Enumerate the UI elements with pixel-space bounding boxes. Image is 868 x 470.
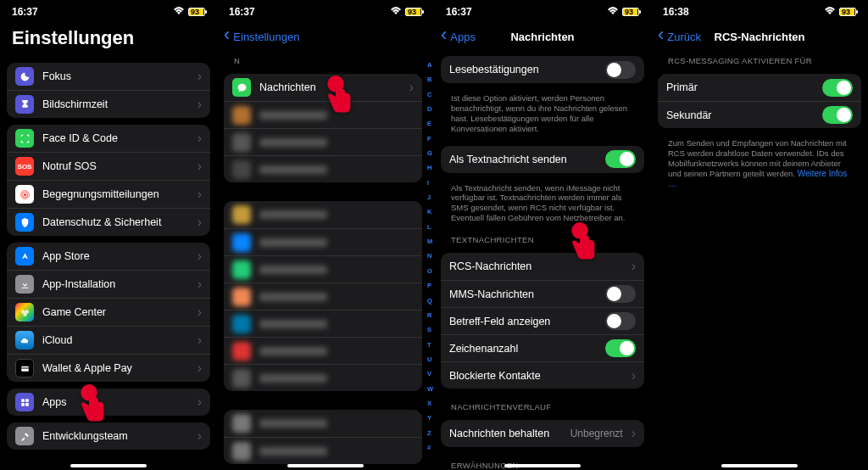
battery-icon: 93 (839, 8, 856, 16)
hand-icon (15, 213, 34, 232)
screen-rcs: 16:38 93 Zurück RCS-Nachrichten RCS-MESS… (651, 0, 868, 470)
status-bar: 16:38 93 (651, 0, 868, 24)
gamecenter-icon (15, 303, 34, 322)
row-apps[interactable]: Apps› (7, 389, 210, 416)
clock: 16:37 (229, 6, 255, 18)
blurred-row (224, 310, 422, 337)
wifi-icon (824, 6, 836, 18)
row-sos[interactable]: SOS Notruf SOS› (7, 152, 210, 180)
toggle-mms[interactable] (605, 285, 636, 303)
header-textnachrichten: TEXTNACHRICHTEN (441, 228, 644, 246)
toggle-charcount[interactable] (605, 339, 636, 357)
home-indicator[interactable] (721, 464, 798, 467)
moon-icon (15, 67, 34, 86)
row-fokus[interactable]: Fokus› (7, 63, 210, 90)
svg-rect-10 (21, 366, 29, 371)
clock: 16:37 (12, 6, 38, 18)
blurred-row (224, 128, 422, 155)
row-subject[interactable]: Betreff-Feld anzeigen (441, 307, 644, 334)
wifi-icon (390, 6, 402, 18)
blurred-row (224, 101, 422, 128)
row-charcount[interactable]: Zeichenanzahl (441, 334, 644, 361)
row-datenschutz[interactable]: Datenschutz & Sicherheit› (7, 208, 210, 236)
blurred-row (224, 337, 422, 364)
row-bildschirmzeit[interactable]: Bildschirmzeit› (7, 90, 210, 118)
wifi-icon (173, 6, 185, 18)
toggle-sendastext[interactable] (605, 150, 636, 168)
blurred-row (224, 410, 422, 437)
toggle-primary[interactable] (822, 79, 853, 97)
blurred-row (224, 364, 422, 391)
row-gamecenter[interactable]: Game Center› (7, 298, 210, 326)
screen-nachrichten: 16:37 93 Apps Nachrichten Lesebestätigun… (434, 0, 651, 470)
svg-rect-15 (25, 403, 29, 406)
row-appstore[interactable]: App Store› (7, 243, 210, 270)
row-primary[interactable]: Primär (658, 74, 861, 101)
svg-point-4 (23, 193, 25, 195)
row-readreceipts[interactable]: Lesebestätigungen (441, 56, 644, 83)
sos-icon: SOS (15, 157, 34, 176)
exposure-icon (15, 185, 34, 204)
status-bar: 16:37 93 (434, 0, 651, 24)
hourglass-icon (15, 95, 34, 114)
section-header: N (224, 49, 422, 67)
battery-icon: 93 (405, 8, 422, 16)
screen-settings: 16:37 93 Einstellungen Fokus› Bildschirm… (0, 0, 217, 470)
blurred-row (224, 255, 422, 283)
wallet-icon (15, 359, 34, 378)
svg-rect-13 (25, 399, 29, 402)
page-title: Einstellungen (0, 24, 217, 56)
toggle-secondary[interactable] (822, 106, 853, 124)
battery-icon: 93 (188, 8, 205, 16)
apps-icon (15, 393, 34, 411)
back-button[interactable]: Apps (441, 31, 476, 43)
cloud-icon (15, 331, 34, 350)
home-indicator[interactable] (504, 464, 581, 467)
row-entwicklung[interactable]: Entwicklungsteam› (7, 422, 210, 450)
row-mms[interactable]: MMS-Nachrichten (441, 280, 644, 307)
blurred-row (224, 283, 422, 310)
download-icon (15, 275, 34, 294)
header-rcs-activate: RCS-MESSAGING AKTIVIEREN FÜR (658, 49, 861, 67)
toggle-subject[interactable] (605, 312, 636, 330)
row-faceid[interactable]: Face ID & Code› (7, 125, 210, 152)
home-indicator[interactable] (70, 464, 147, 467)
alpha-index[interactable]: ABCDEFGHIJKLMNOPQRSTUVWXYZ# (427, 59, 433, 453)
hammer-icon (15, 427, 34, 445)
wifi-icon (607, 6, 619, 18)
row-icloud[interactable]: iCloud› (7, 326, 210, 354)
header-mentions: ERWÄHNUNGEN (441, 454, 644, 470)
status-bar: 16:37 93 (217, 0, 434, 24)
blurred-row (224, 155, 422, 182)
svg-rect-14 (21, 403, 25, 406)
status-bar: 16:37 93 (0, 0, 217, 24)
header-history: NACHRICHTENVERLAUF (441, 395, 644, 413)
back-button[interactable]: Einstellungen (224, 31, 299, 43)
footer-readreceipts: Ist diese Option aktiviert, werden Perso… (441, 90, 644, 139)
battery-icon: 93 (622, 8, 639, 16)
home-indicator[interactable] (287, 464, 364, 467)
footer-sendastext: Als Textnachricht senden, wenn iMessage … (441, 180, 644, 229)
screen-apps-list: 16:37 93 Einstellungen N Nachrichten› (217, 0, 434, 470)
row-secondary[interactable]: Sekundär (658, 101, 861, 128)
row-rcs[interactable]: RCS-Nachrichten› (441, 253, 644, 280)
appstore-icon (15, 247, 34, 266)
faceid-icon (15, 129, 34, 148)
blurred-row (224, 228, 422, 255)
row-begegnung[interactable]: Begegnungsmitteilungen› (7, 180, 210, 208)
blurred-row (224, 201, 422, 228)
row-nachrichten[interactable]: Nachrichten› (224, 74, 422, 101)
messages-icon (232, 78, 251, 97)
svg-rect-11 (21, 367, 29, 368)
svg-rect-12 (21, 399, 25, 402)
back-button[interactable]: Zurück (658, 31, 701, 43)
toggle-readreceipts[interactable] (605, 61, 636, 79)
row-blocked[interactable]: Blockierte Kontakte› (441, 361, 644, 389)
blurred-row (224, 437, 422, 464)
row-wallet[interactable]: Wallet & Apple Pay› (7, 354, 210, 382)
row-appinstall[interactable]: App-Installation› (7, 270, 210, 298)
row-sendastext[interactable]: Als Textnachricht senden (441, 146, 644, 173)
footer-rcs: Zum Senden und Empfangen von Nachrichten… (658, 135, 861, 195)
clock: 16:37 (446, 6, 472, 18)
row-keep[interactable]: Nachrichten behalten Unbegrenzt › (441, 420, 644, 447)
